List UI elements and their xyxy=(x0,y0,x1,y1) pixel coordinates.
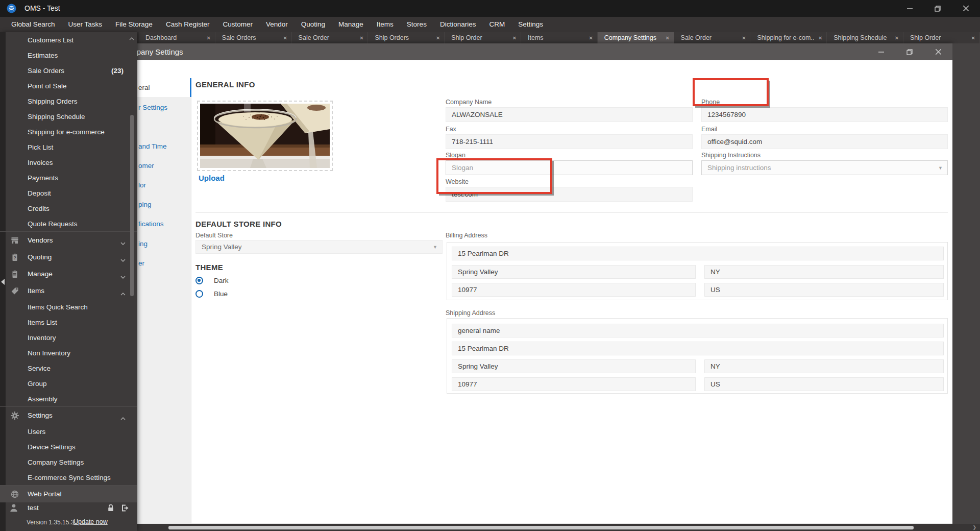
theme-option-dark[interactable]: Dark xyxy=(195,277,229,284)
update-now-link[interactable]: Update now xyxy=(74,518,108,525)
menu-cash-register[interactable]: Cash Register xyxy=(159,17,216,32)
menu-file-storage[interactable]: File Storage xyxy=(109,17,159,32)
sidebar-item-group[interactable]: Group xyxy=(0,376,137,391)
sidebar-item-non-inventory[interactable]: Non Inventory xyxy=(0,345,137,360)
scrollbar-right-arrow-icon[interactable]: ❯ xyxy=(972,525,976,530)
app-minimize-button[interactable] xyxy=(898,0,921,17)
address-field[interactable]: US xyxy=(704,283,944,297)
address-field[interactable]: Spring Valley xyxy=(452,265,696,279)
settings-nav-item[interactable]: r Settings xyxy=(138,101,167,114)
menu-dictionaries[interactable]: Dictionaries xyxy=(433,17,483,32)
sidebar-item-credits[interactable]: Credits xyxy=(0,201,137,216)
company-name-input[interactable]: ALWAZONSALE xyxy=(446,107,693,122)
settings-nav-item[interactable]: and Time xyxy=(138,140,167,153)
sidebar-section-items[interactable]: Items xyxy=(0,282,137,299)
tab-close-icon[interactable]: ✕ xyxy=(738,35,750,41)
sidebar-item-shipping-orders[interactable]: Shipping Orders xyxy=(0,93,137,109)
tab-close-icon[interactable]: ✕ xyxy=(814,35,826,41)
address-field[interactable]: general name xyxy=(452,324,944,337)
sidebar-item-users[interactable]: Users xyxy=(0,424,137,439)
tab-ship-order[interactable]: Ship Order✕ xyxy=(445,32,521,43)
sidebar-item-customers-list[interactable]: Customers List xyxy=(0,32,137,47)
sidebar-item-point-of-sale[interactable]: Point of Sale xyxy=(0,78,137,93)
settings-nav-item[interactable]: fications xyxy=(138,218,164,231)
sidebar-item-service[interactable]: Service xyxy=(0,360,137,376)
tab-close-icon[interactable]: ✕ xyxy=(508,35,521,41)
window-close-button[interactable] xyxy=(926,43,950,60)
sidebar-item-quote-requests[interactable]: Quote Requests xyxy=(0,216,137,231)
sidebar-item-shipping-schedule[interactable]: Shipping Schedule xyxy=(0,109,137,124)
settings-nav-item[interactable]: eral xyxy=(138,81,150,94)
tab-close-icon[interactable]: ✕ xyxy=(585,35,597,41)
sidebar-item-sale-orders[interactable]: Sale Orders(23) xyxy=(0,63,137,78)
phone-input[interactable]: 1234567890 xyxy=(701,107,948,122)
menu-user-tasks[interactable]: User Tasks xyxy=(62,17,109,32)
shipping-instructions-select[interactable]: Shipping instructions▼ xyxy=(701,160,948,175)
settings-nav-item[interactable]: ping xyxy=(138,198,152,211)
sidebar-item-e-commerce-sync-settings[interactable]: E-commerce Sync Settings xyxy=(0,470,137,485)
sidebar-item-pick-list[interactable]: Pick List xyxy=(0,139,137,155)
tab-close-icon[interactable]: ✕ xyxy=(432,35,444,41)
tab-shipping-schedule[interactable]: Shipping Schedule✕ xyxy=(827,32,903,43)
window-restore-button[interactable] xyxy=(898,43,921,60)
settings-nav-item[interactable]: ing xyxy=(138,237,148,251)
tab-close-icon[interactable]: ✕ xyxy=(279,35,291,41)
tab-dashboard[interactable]: Dashboard✕ xyxy=(139,32,215,43)
sidebar-item-items-quick-search[interactable]: Items Quick Search xyxy=(0,299,137,315)
sidebar-section-vendors[interactable]: Vendors xyxy=(0,232,137,249)
menu-global-search[interactable]: Global Search xyxy=(5,17,62,32)
tab-close-icon[interactable]: ✕ xyxy=(662,35,674,41)
lock-icon[interactable] xyxy=(106,503,115,513)
scrollbar-thumb[interactable] xyxy=(168,526,914,529)
menu-crm[interactable]: CRM xyxy=(482,17,511,32)
tab-ship-order[interactable]: Ship Order✕ xyxy=(903,32,980,43)
menu-quoting[interactable]: Quoting xyxy=(295,17,332,32)
tab-sale-order[interactable]: Sale Order✕ xyxy=(292,32,369,43)
tab-sale-order[interactable]: Sale Order✕ xyxy=(674,32,751,43)
app-restore-button[interactable] xyxy=(926,0,949,17)
tab-close-icon[interactable]: ✕ xyxy=(203,35,215,41)
menu-manage[interactable]: Manage xyxy=(332,17,370,32)
sidebar-item-payments[interactable]: Payments xyxy=(0,170,137,185)
address-field[interactable]: US xyxy=(704,377,944,391)
address-field[interactable]: NY xyxy=(704,359,944,373)
tab-close-icon[interactable]: ✕ xyxy=(967,35,979,41)
company-logo-frame[interactable] xyxy=(197,101,333,171)
sidebar-scroll-up-icon[interactable] xyxy=(129,34,135,38)
menu-vendor[interactable]: Vendor xyxy=(259,17,295,32)
window-minimize-button[interactable] xyxy=(869,43,893,60)
sidebar-item-items-list[interactable]: Items List xyxy=(0,315,137,330)
sidebar-section-manage[interactable]: Manage xyxy=(0,266,137,282)
logout-icon[interactable] xyxy=(120,503,130,513)
address-field[interactable]: 10977 xyxy=(452,377,696,391)
sidebar-section-settings[interactable]: Settings xyxy=(0,407,137,424)
sidebar-item-deposit[interactable]: Deposit xyxy=(0,185,137,201)
menu-settings[interactable]: Settings xyxy=(511,17,550,32)
menu-items[interactable]: Items xyxy=(370,17,400,32)
tab-shipping-for-e-com[interactable]: Shipping for e-com...✕ xyxy=(750,32,827,43)
sidebar-item-estimates[interactable]: Estimates xyxy=(0,47,137,63)
menu-customer[interactable]: Customer xyxy=(216,17,259,32)
address-field[interactable]: NY xyxy=(704,265,944,279)
theme-option-blue[interactable]: Blue xyxy=(195,290,228,298)
menu-stores[interactable]: Stores xyxy=(400,17,433,32)
tab-ship-orders[interactable]: Ship Orders✕ xyxy=(368,32,445,43)
sidebar-scrollbar-thumb[interactable] xyxy=(130,115,134,296)
address-field[interactable]: 15 Pearlman DR xyxy=(452,247,944,260)
tab-close-icon[interactable]: ✕ xyxy=(891,35,903,41)
sidebar-item-assembly[interactable]: Assembly xyxy=(0,391,137,406)
sidebar-section-quoting[interactable]: ?Quoting xyxy=(0,249,137,266)
address-field[interactable]: 10977 xyxy=(452,283,696,297)
sidebar-item-device-settings[interactable]: Device Settings xyxy=(0,439,137,454)
default-store-select[interactable]: Spring Valley▼ xyxy=(195,240,443,254)
radio-selected-icon[interactable] xyxy=(195,277,203,284)
tab-close-icon[interactable]: ✕ xyxy=(355,35,368,41)
sidebar-item-invoices[interactable]: Invoices xyxy=(0,155,137,170)
address-field[interactable]: Spring Valley xyxy=(452,359,696,373)
app-close-button[interactable] xyxy=(954,0,977,17)
tab-sale-orders[interactable]: Sale Orders✕ xyxy=(215,32,292,43)
sidebar-item-inventory[interactable]: Inventory xyxy=(0,330,137,345)
settings-nav-item[interactable]: omer xyxy=(138,159,154,173)
radio-unselected-icon[interactable] xyxy=(195,290,203,298)
sidebar-item-shipping-for-e-commerce[interactable]: Shipping for e-commerce xyxy=(0,124,137,139)
